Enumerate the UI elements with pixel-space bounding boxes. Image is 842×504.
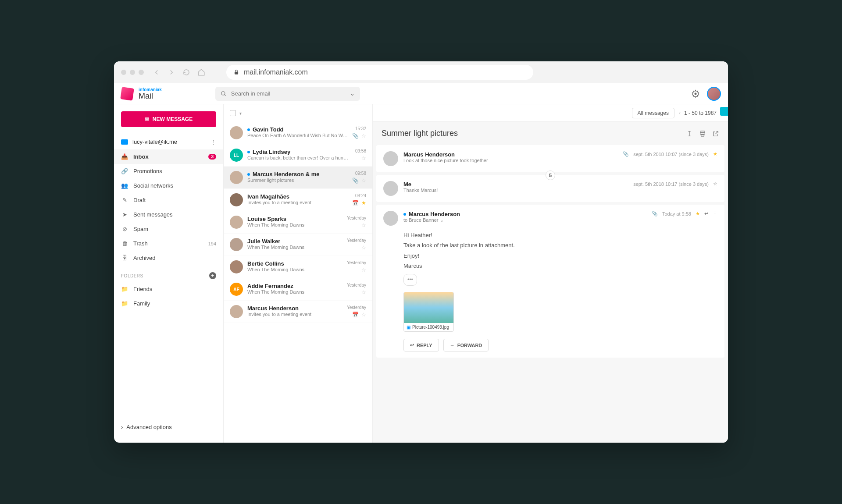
browser-bar: mail.infomaniak.com: [114, 61, 728, 83]
text-tool-icon[interactable]: [686, 130, 693, 137]
preview-text: When The Morning Dawns: [247, 245, 343, 250]
search-input[interactable]: Search in email ⌄: [215, 87, 360, 101]
compose-icon: ✉: [145, 116, 149, 122]
sender-name: Julie Walker: [247, 238, 280, 245]
sender-avatar: [230, 193, 243, 206]
star-icon[interactable]: ☆: [361, 267, 366, 273]
sidebar-item-promotions[interactable]: 🔗Promotions: [114, 164, 223, 178]
advanced-options[interactable]: › Advanced options: [114, 419, 223, 436]
sender-avatar: [230, 238, 243, 251]
svg-rect-0: [235, 72, 238, 75]
recipient[interactable]: to Bruce Banner ⌄: [403, 217, 646, 223]
timestamp: Yesterday: [347, 216, 366, 220]
content-pane: All messages ‹ 1 - 50 to 1987 › Summer l…: [373, 104, 728, 443]
thread-message-collapsed[interactable]: Marcus Henderson Look at those nice pict…: [376, 145, 724, 172]
chevron-down-icon[interactable]: ▾: [239, 111, 242, 116]
timestamp: 09:58: [355, 171, 366, 176]
select-all-checkbox[interactable]: [230, 110, 236, 116]
star-icon[interactable]: ☆: [361, 177, 366, 184]
sidebar-item-social-networks[interactable]: 👥Social networks: [114, 178, 223, 193]
sidebar-item-draft[interactable]: ✎Draft: [114, 193, 223, 207]
chevron-down-icon[interactable]: ⌄: [350, 90, 355, 97]
sender-name: Addie Fernandez: [247, 283, 293, 289]
thread-message-collapsed[interactable]: 5 Me Thanks Marcus! sept. 5th 2018 10:17…: [376, 175, 724, 202]
attachment[interactable]: ▣Picture-100493.jpg: [403, 292, 454, 332]
user-avatar[interactable]: [707, 87, 721, 101]
add-folder-button[interactable]: +: [209, 272, 216, 279]
star-icon[interactable]: ☆: [361, 222, 366, 228]
message-row[interactable]: Marcus Henderson & me Summer light pictu…: [224, 167, 372, 189]
sidebar-item-sent-messages[interactable]: ➤Sent messages: [114, 207, 223, 222]
all-messages-filter[interactable]: All messages: [632, 108, 674, 118]
minimize-dot[interactable]: [130, 70, 135, 75]
kebab-icon[interactable]: ⋮: [210, 138, 216, 145]
reload-icon[interactable]: [182, 68, 190, 76]
sidebar-item-spam[interactable]: ⊘Spam: [114, 222, 223, 236]
account-row[interactable]: lucy-vitale@ik.me ⋮: [114, 134, 223, 149]
sender-avatar: AF: [230, 283, 243, 296]
timestamp: 08:24: [355, 193, 366, 198]
prev-page-icon[interactable]: ‹: [679, 110, 681, 116]
reply-icon[interactable]: ↩: [704, 211, 708, 217]
brand-name: Mail: [139, 92, 162, 100]
star-icon[interactable]: ☆: [713, 181, 717, 187]
home-icon[interactable]: [197, 68, 205, 76]
folder-icon: 👥: [121, 182, 128, 189]
message-row[interactable]: Gavin Todd Peace On Earth A Wonderful Wi…: [224, 122, 372, 144]
unread-dot: [247, 151, 250, 153]
message-row[interactable]: AF Addie Fernandez When The Morning Dawn…: [224, 278, 372, 301]
sidebar-item-archived[interactable]: 🗄Archived: [114, 251, 223, 265]
timestamp: Yesterday: [347, 260, 366, 265]
lock-icon: [233, 69, 239, 75]
star-icon[interactable]: ★: [696, 211, 700, 217]
star-icon[interactable]: ☆: [361, 245, 366, 251]
star-icon[interactable]: ☆: [361, 289, 366, 295]
message-row[interactable]: Julie Walker When The Morning Dawns Yest…: [224, 234, 372, 256]
star-icon[interactable]: ★: [713, 151, 717, 157]
print-icon[interactable]: [699, 130, 706, 137]
folder-family[interactable]: 📁Family: [114, 296, 223, 311]
calendar-icon: 📅: [352, 200, 359, 206]
sender-avatar: [383, 211, 398, 226]
message-row[interactable]: Louise Sparks When The Morning Dawns Yes…: [224, 211, 372, 234]
svg-point-2: [695, 92, 697, 95]
reply-button[interactable]: ↩REPLY: [403, 339, 439, 351]
envelope-icon: [121, 139, 128, 145]
kebab-icon[interactable]: ⋮: [713, 211, 717, 217]
maximize-dot[interactable]: [139, 70, 144, 75]
sidebar-item-trash[interactable]: 🗑Trash194: [114, 236, 223, 251]
star-icon[interactable]: ★: [361, 200, 366, 206]
gear-icon[interactable]: [691, 89, 700, 98]
message-row[interactable]: Ivan Magalhães Invites you to a meeting …: [224, 189, 372, 211]
forward-button[interactable]: →FORWARD: [443, 339, 489, 351]
sender-name: Gavin Todd: [253, 126, 284, 133]
preview-text: Invites you to a meeting event: [247, 312, 343, 317]
star-icon[interactable]: ☆: [361, 133, 366, 139]
preview-text: Cancun is back, better than ever! Over a…: [247, 155, 351, 160]
address-bar[interactable]: mail.infomaniak.com: [226, 65, 533, 80]
sidebar-item-inbox[interactable]: 📥Inbox3: [114, 149, 223, 164]
sender-avatar: [230, 171, 243, 184]
folder-friends[interactable]: 📁Friends: [114, 282, 223, 296]
search-placeholder: Search in email: [231, 90, 346, 97]
close-dot[interactable]: [121, 70, 126, 75]
folder-icon: ➤: [121, 211, 128, 218]
back-icon[interactable]: [153, 68, 161, 76]
message-row[interactable]: Bertie Collins When The Morning Dawns Ye…: [224, 256, 372, 278]
star-icon[interactable]: ☆: [361, 155, 366, 161]
expand-quote[interactable]: •••: [403, 274, 417, 286]
message-row[interactable]: LL Lydia Lindsey Cancun is back, better …: [224, 144, 372, 167]
star-icon[interactable]: ☆: [361, 312, 366, 318]
new-message-button[interactable]: ✉ NEW MESSAGE: [121, 111, 216, 127]
attachment-icon: 📎: [623, 151, 629, 157]
message-row[interactable]: Marcus Henderson Invites you to a meetin…: [224, 301, 372, 323]
unread-dot: [247, 128, 250, 131]
forward-icon[interactable]: [168, 68, 175, 76]
external-icon[interactable]: [712, 130, 719, 137]
unread-dot: [247, 173, 250, 176]
app-header: infomaniak Mail Search in email ⌄: [114, 83, 728, 104]
app-logo: [120, 87, 134, 101]
badge: 3: [208, 154, 216, 160]
email-subject: Summer light pictures: [382, 129, 458, 138]
pager: ‹ 1 - 50 to 1987 ›: [679, 110, 722, 116]
